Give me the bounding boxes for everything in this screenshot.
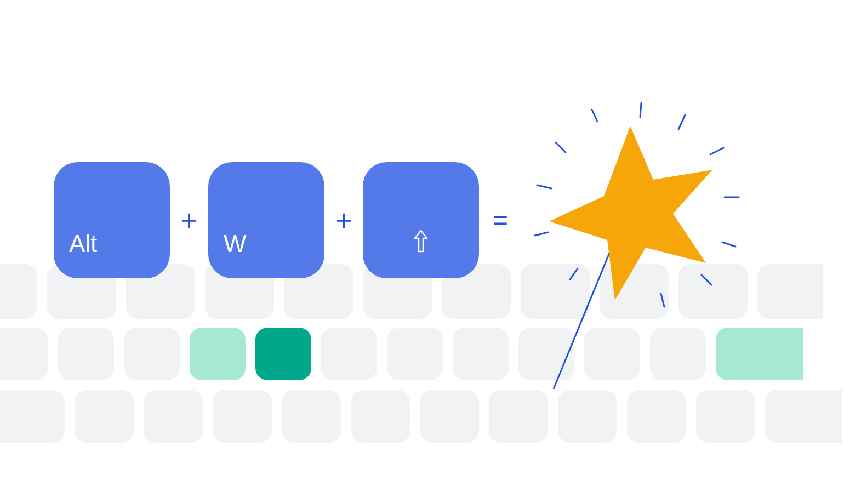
bg-key	[765, 390, 842, 443]
bg-key	[282, 390, 341, 443]
key-label: Alt	[69, 230, 97, 257]
shortcut-key-up	[363, 162, 479, 278]
keyboard-shortcut-sequence: Alt + W + =	[54, 162, 523, 278]
bg-key	[75, 390, 134, 443]
bg-key	[0, 264, 37, 319]
svg-line-3	[678, 115, 685, 129]
bg-key	[600, 264, 669, 319]
bg-key	[144, 390, 203, 443]
bg-key	[627, 390, 686, 443]
bg-key	[213, 390, 272, 443]
bg-key	[757, 264, 823, 319]
bg-key-highlight-teal	[255, 328, 311, 380]
bg-key	[489, 390, 548, 443]
plus-operator: +	[324, 205, 363, 235]
bg-key-highlight-mint	[716, 328, 803, 380]
svg-line-11	[535, 232, 548, 236]
illustration-stage: Alt + W + =	[0, 0, 844, 504]
bg-key	[678, 264, 748, 319]
bg-key	[453, 328, 509, 380]
bg-key	[420, 390, 479, 443]
bg-key	[351, 390, 410, 443]
svg-line-6	[722, 242, 735, 247]
shortcut-key-w: W	[208, 162, 324, 278]
bg-key	[558, 390, 617, 443]
bg-key	[387, 328, 443, 380]
bg-key	[0, 390, 65, 443]
keyboard-row-2	[0, 328, 844, 380]
svg-line-2	[640, 103, 641, 117]
bg-key	[650, 328, 706, 380]
svg-line-9	[556, 142, 566, 152]
bg-key	[0, 328, 48, 380]
plus-operator: +	[170, 205, 208, 235]
svg-line-1	[592, 110, 597, 122]
svg-line-4	[710, 148, 723, 154]
bg-key	[124, 328, 180, 380]
bg-key	[521, 264, 590, 319]
bg-key	[321, 328, 377, 380]
bg-key	[696, 390, 755, 443]
key-label: W	[224, 230, 247, 257]
bg-key	[58, 328, 114, 380]
arrow-up-icon	[414, 230, 428, 257]
shortcut-key-alt: Alt	[54, 162, 170, 278]
svg-line-10	[537, 185, 551, 188]
equals-operator: =	[479, 207, 523, 233]
keyboard-row-3	[0, 390, 844, 443]
bg-key	[518, 328, 574, 380]
bg-key	[584, 328, 640, 380]
bg-key-highlight-mint	[190, 328, 246, 380]
